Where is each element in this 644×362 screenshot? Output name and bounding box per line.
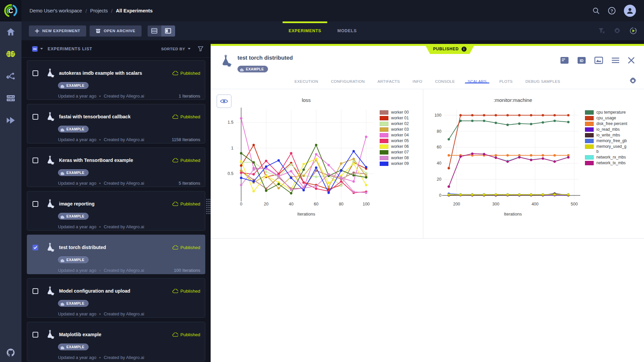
chart-canvas[interactable]: 0204060801000.511.5 [221, 104, 378, 211]
show-id-button[interactable]: ID [577, 57, 586, 64]
experiment-checkbox[interactable] [33, 201, 38, 207]
legend-item[interactable]: worker 02 [380, 121, 415, 126]
table-view-button[interactable] [148, 25, 161, 37]
tab-artifacts[interactable]: ARTIFACTS [377, 79, 400, 83]
help-button[interactable]: ? [608, 7, 616, 15]
chart-monitor-machine[interactable]: :monitor:machine200300400500020406080100… [423, 89, 644, 238]
legend-item[interactable]: network_rx_mbs [585, 155, 628, 160]
legend-item[interactable]: memory_used_gb [585, 144, 628, 154]
experiment-card[interactable]: Matplotlib examplePublishedEXAMPLEUpdate… [27, 322, 205, 361]
sidebar-item-getting-started[interactable] [6, 115, 16, 125]
legend-item[interactable]: disk_free percent [585, 121, 628, 126]
auto-refresh-button[interactable] [629, 27, 637, 35]
legend-item[interactable]: worker 05 [380, 138, 415, 143]
chart-canvas[interactable]: 200300400500020406080100 [429, 104, 584, 211]
select-all-checkbox[interactable] [32, 46, 38, 52]
open-archive-button[interactable]: OPEN ARCHIVE [90, 25, 141, 37]
status-info-icon[interactable]: i [462, 47, 467, 52]
select-dropdown-caret[interactable] [40, 48, 43, 50]
split-view-icon [165, 28, 171, 34]
experiment-checkbox[interactable] [33, 332, 38, 338]
experiment-name[interactable]: fastai with tensorboard callback [59, 114, 172, 119]
legend-item[interactable]: worker 03 [380, 127, 415, 132]
card-main-row: autokeras imdb example with scalarsPubli… [33, 68, 200, 78]
new-experiment-button[interactable]: NEW EXPERIMENT [29, 25, 86, 37]
tab-info[interactable]: INFO [413, 79, 422, 83]
sidebar-item-dashboard[interactable] [6, 27, 16, 37]
panel-resize-handle[interactable] [206, 198, 211, 215]
close-button[interactable] [628, 57, 635, 64]
tab-execution[interactable]: EXECUTION [294, 79, 318, 83]
data-point [353, 174, 355, 176]
tab-experiments[interactable]: EXPERIMENTS [289, 21, 321, 40]
experiment-card[interactable]: Model configuration and uploadPublishedE… [27, 278, 205, 318]
filter-button[interactable] [198, 46, 203, 51]
legend-item[interactable]: memory_free_gb [585, 138, 628, 143]
home-icon [6, 28, 15, 36]
experiment-checkbox[interactable] [33, 114, 38, 120]
data-point [365, 191, 367, 194]
experiment-name[interactable]: test torch distributed [59, 245, 172, 250]
experiment-name[interactable]: Matplotlib example [59, 332, 172, 337]
tab-debug-samples[interactable]: DEBUG SAMPLES [525, 79, 560, 83]
menu-button[interactable] [611, 57, 620, 63]
sort-by-button[interactable]: SORTED BY [161, 47, 191, 51]
experiment-checkbox[interactable] [33, 158, 38, 163]
experiment-card[interactable]: fastai with tensorboard callbackPublishe… [27, 104, 205, 143]
github-link[interactable] [0, 348, 21, 357]
legend-item[interactable]: cpu temperature [585, 110, 628, 115]
breadcrumb-projects[interactable]: Projects [90, 8, 108, 13]
experiment-checkbox[interactable] [33, 70, 38, 76]
legend-item[interactable]: io_read_mbs [585, 127, 628, 132]
legend-item[interactable]: worker 07 [380, 150, 415, 155]
experiment-name[interactable]: Model configuration and upload [59, 288, 172, 294]
meta-separator-dot [99, 313, 101, 315]
legend-item[interactable]: worker 09 [380, 161, 415, 166]
tab-plots[interactable]: PLOTS [499, 79, 513, 83]
sidebar-item-pipelines[interactable] [6, 71, 16, 81]
sidebar-item-projects[interactable] [6, 49, 16, 59]
hide-plots-button[interactable] [217, 95, 231, 108]
created-text: Created by Allegro.ai [104, 224, 144, 229]
clearml-logo[interactable]: C [0, 0, 21, 21]
clear-filters-button[interactable] [598, 28, 605, 34]
tab-scalars[interactable]: SCALARS [468, 79, 487, 83]
tab-console[interactable]: CONSOLE [435, 79, 455, 83]
breadcrumb-workspace[interactable]: Demo User's workspace [30, 8, 82, 13]
tag-label: EXAMPLE [66, 171, 85, 175]
experiment-name[interactable]: autokeras imdb example with scalars [59, 70, 172, 76]
legend-item[interactable]: network_tx_mbs [585, 161, 628, 166]
details-view-button[interactable] [560, 57, 569, 64]
experiment-name[interactable]: image reporting [59, 201, 172, 206]
legend-item[interactable]: cpu_usage [585, 116, 628, 121]
experiment-name[interactable]: Keras with TensorBoard example [59, 158, 172, 163]
legend-item[interactable]: worker 04 [380, 133, 415, 138]
legend-item[interactable]: worker 00 [380, 110, 415, 115]
legend-label: worker 05 [391, 138, 409, 143]
legend-item[interactable]: worker 08 [380, 156, 415, 161]
legend-item[interactable]: worker 06 [380, 144, 415, 149]
experiment-checkbox[interactable] [33, 245, 38, 250]
legend-item[interactable]: worker 01 [380, 116, 415, 121]
brain-projects-icon [6, 50, 16, 58]
experiment-card[interactable]: test torch distributedPublishedEXAMPLEUp… [27, 235, 205, 274]
data-point [327, 186, 330, 188]
legend-item[interactable]: io_write_mbs [585, 133, 628, 138]
scalars-settings-button[interactable] [629, 77, 637, 86]
debug-images-button[interactable] [594, 57, 603, 64]
experiment-card[interactable]: image reportingPublishedEXAMPLEUpdated a… [27, 191, 205, 231]
sidebar-item-workers-queues[interactable] [6, 93, 16, 103]
tab-configuration[interactable]: CONFIGURATION [331, 79, 365, 83]
search-button[interactable] [592, 7, 600, 14]
settings-gear-icon [629, 77, 637, 84]
data-point [253, 169, 255, 171]
chart-loss[interactable]: loss0204060801000.511.5Iterationsworker … [211, 89, 423, 238]
data-point [253, 190, 255, 192]
experiment-card[interactable]: autokeras imdb example with scalarsPubli… [27, 60, 205, 100]
experiment-checkbox[interactable] [33, 288, 38, 294]
tab-models[interactable]: MODELS [337, 21, 357, 40]
user-avatar[interactable] [624, 5, 636, 17]
experiment-card[interactable]: Keras with TensorBoard examplePublishedE… [27, 147, 205, 187]
table-settings-button[interactable] [614, 27, 621, 34]
split-view-button[interactable] [161, 25, 175, 37]
